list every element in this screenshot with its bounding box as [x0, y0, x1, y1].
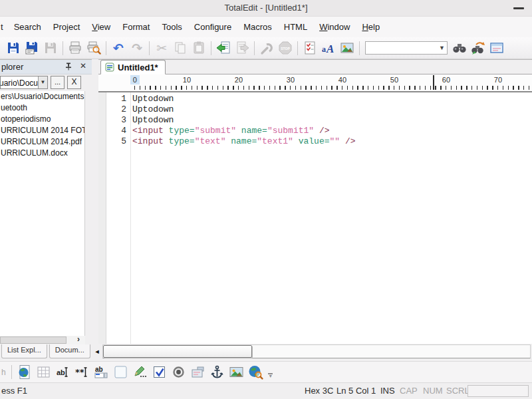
scroll-left-icon[interactable]: ◂ [93, 345, 101, 358]
margin-marker [433, 75, 434, 90]
binoculars-icon [452, 41, 467, 55]
document-icon [105, 63, 114, 72]
binoculars-search-icon [471, 41, 485, 55]
checkbox-button[interactable] [150, 363, 169, 381]
pin-icon[interactable] [64, 62, 73, 71]
menu-item-configure[interactable]: Configure [188, 19, 237, 35]
menu-item-html[interactable]: HTML [278, 19, 313, 35]
find-button[interactable] [450, 39, 469, 57]
show-panel-button[interactable] [487, 39, 506, 57]
edit-pencil-button[interactable] [130, 363, 150, 381]
toolbar-label-fragment: h [0, 368, 9, 377]
menu-item-tools[interactable]: Tools [156, 19, 188, 35]
textarea-button[interactable] [111, 363, 130, 381]
cut-button[interactable]: ✂ [152, 39, 171, 57]
code-editor[interactable]: 1Uptodown2Uptodown3Uptodown4<input type=… [98, 92, 532, 344]
main-toolbar: ↶ ↷ ✂ STOP aA [0, 37, 532, 59]
close-icon[interactable]: ✕ [80, 61, 86, 70]
tab-untitled1[interactable]: Untitled1* [100, 60, 166, 74]
menu-item-window[interactable]: Window [313, 19, 356, 35]
editor-hscroll-thumb[interactable] [103, 345, 252, 358]
table-button[interactable] [34, 363, 53, 381]
export-page-button[interactable] [233, 39, 251, 57]
paste-button[interactable] [190, 39, 208, 57]
code-text: Uptodown [126, 94, 174, 104]
line-number: 1 [98, 94, 126, 104]
save-as-button[interactable] [23, 39, 41, 57]
menu-item-t[interactable]: t [0, 19, 8, 35]
menu-item-search[interactable]: Search [8, 19, 47, 35]
editor-hscrollbar[interactable]: ◂ [92, 344, 532, 360]
title-bar[interactable]: TotalEdit - [Untitled1*] [0, 0, 532, 17]
print-button[interactable] [66, 39, 84, 57]
wrench-icon [259, 41, 274, 55]
menu-item-view[interactable]: View [86, 19, 116, 35]
password-field-button[interactable]: ** [72, 363, 92, 381]
code-line-3[interactable]: 3Uptodown [98, 115, 532, 126]
menu-item-help[interactable]: Help [356, 19, 386, 35]
form-panel-button[interactable] [188, 363, 207, 381]
editor-hscroll-track[interactable] [102, 344, 531, 358]
file-list-item[interactable]: ers\Usuario\Documents [0, 91, 84, 102]
splitter-handle[interactable] [92, 59, 98, 361]
radio-button-button[interactable] [169, 363, 188, 381]
print-preview-button[interactable] [84, 39, 103, 57]
browse-button[interactable]: ... [51, 76, 65, 89]
image-icon [340, 41, 354, 55]
stop-button[interactable]: STOP [276, 39, 295, 57]
spell-check-button[interactable] [301, 39, 319, 57]
sidebar-hscroll-thumb[interactable] [0, 336, 66, 344]
find-in-files-button[interactable] [469, 39, 487, 57]
explorer-header: plorer ✕ [0, 60, 92, 74]
scroll-right-icon[interactable]: › [77, 334, 80, 344]
save-all-button[interactable] [41, 39, 60, 57]
sidebar-tab-0[interactable]: List Expl... [1, 344, 47, 358]
explorer-sidebar: plorer ✕ uario\Docu ▼ ... X ers\Usuario\… [0, 59, 92, 361]
image-button[interactable] [227, 363, 246, 381]
toolbar-separator [297, 41, 298, 55]
svg-text:STOP: STOP [281, 47, 290, 51]
toolbar-overflow-button[interactable]: ▾ [267, 373, 275, 378]
chevron-down-icon[interactable]: ▼ [38, 76, 47, 88]
text-field-button[interactable]: ab [53, 363, 72, 381]
menu-item-format[interactable]: Format [116, 19, 156, 35]
sidebar-tab-1[interactable]: Docum... [49, 344, 90, 358]
file-list-item[interactable]: uetooth [0, 102, 84, 114]
copy-button[interactable] [171, 39, 190, 57]
font-icon: aA [321, 41, 336, 55]
search-combobox[interactable]: ▼ [365, 41, 448, 55]
cut-icon: ✂ [156, 42, 167, 55]
minimize-icon[interactable] [513, 7, 524, 9]
chevron-down-icon[interactable]: ▼ [439, 45, 445, 51]
save-button[interactable] [4, 39, 23, 57]
undo-button[interactable]: ↶ [109, 39, 128, 57]
code-line-5[interactable]: 5<input type="text" name="text1" value="… [98, 136, 532, 147]
import-page-button[interactable] [214, 39, 233, 57]
file-list-item[interactable]: otoperiodismo [0, 114, 84, 125]
tools-button[interactable] [257, 39, 276, 57]
line-number: 3 [98, 115, 126, 126]
dropdown-list-button[interactable]: ab [92, 363, 111, 381]
menu-item-macros[interactable]: Macros [237, 19, 278, 35]
code-line-4[interactable]: 4<input type="submit" name="submit1" /> [98, 126, 532, 136]
insert-image-button[interactable] [338, 39, 356, 57]
tab-label: Untitled1* [118, 63, 158, 72]
code-line-1[interactable]: 1Uptodown [98, 94, 532, 104]
file-list-item[interactable]: URRICULUM 2014 FOTOS [0, 125, 84, 136]
dropdown-list-icon: ab [94, 364, 109, 380]
import-page-icon [216, 41, 231, 55]
anchor-button[interactable] [207, 363, 227, 381]
redo-button[interactable]: ↷ [128, 39, 146, 57]
svg-text:**: ** [75, 367, 84, 377]
file-list-item[interactable]: URRICULUM 2014.pdf [0, 136, 84, 148]
browser-preview-button[interactable] [246, 363, 265, 381]
file-list-item[interactable]: URRICULUM.docx [0, 148, 84, 159]
ruler-mark-50: 50 [390, 76, 398, 84]
menu-item-project[interactable]: Project [47, 19, 86, 35]
sidebar-hscrollbar[interactable]: › [0, 336, 85, 344]
font-button[interactable]: aA [319, 39, 338, 57]
path-combobox[interactable]: uario\Docu ▼ [0, 76, 48, 89]
html-page-button[interactable] [15, 363, 34, 381]
clear-path-button[interactable]: X [67, 76, 81, 89]
code-line-2[interactable]: 2Uptodown [98, 104, 532, 115]
